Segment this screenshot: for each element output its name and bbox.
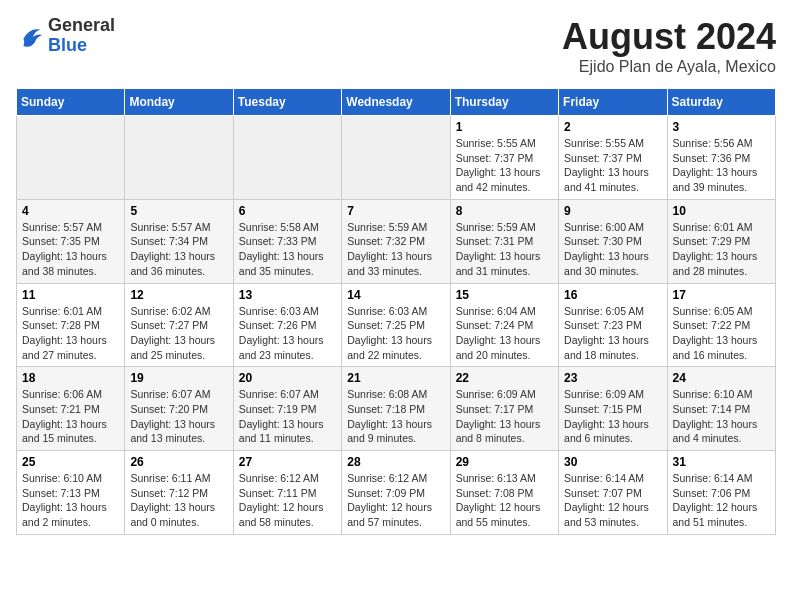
day-info: Sunrise: 5:55 AM Sunset: 7:37 PM Dayligh… bbox=[564, 136, 661, 195]
day-info: Sunrise: 6:07 AM Sunset: 7:19 PM Dayligh… bbox=[239, 387, 336, 446]
calendar-day-cell: 6Sunrise: 5:58 AM Sunset: 7:33 PM Daylig… bbox=[233, 199, 341, 283]
day-number: 29 bbox=[456, 455, 553, 469]
day-number: 31 bbox=[673, 455, 770, 469]
day-number: 22 bbox=[456, 371, 553, 385]
calendar-day-cell: 14Sunrise: 6:03 AM Sunset: 7:25 PM Dayli… bbox=[342, 283, 450, 367]
calendar-subtitle: Ejido Plan de Ayala, Mexico bbox=[562, 58, 776, 76]
day-number: 16 bbox=[564, 288, 661, 302]
calendar-day-cell: 7Sunrise: 5:59 AM Sunset: 7:32 PM Daylig… bbox=[342, 199, 450, 283]
calendar-day-cell: 17Sunrise: 6:05 AM Sunset: 7:22 PM Dayli… bbox=[667, 283, 775, 367]
day-info: Sunrise: 6:11 AM Sunset: 7:12 PM Dayligh… bbox=[130, 471, 227, 530]
weekday-header-monday: Monday bbox=[125, 89, 233, 116]
calendar-day-cell: 9Sunrise: 6:00 AM Sunset: 7:30 PM Daylig… bbox=[559, 199, 667, 283]
day-info: Sunrise: 6:10 AM Sunset: 7:13 PM Dayligh… bbox=[22, 471, 119, 530]
day-info: Sunrise: 5:59 AM Sunset: 7:31 PM Dayligh… bbox=[456, 220, 553, 279]
day-number: 18 bbox=[22, 371, 119, 385]
logo-blue: Blue bbox=[48, 35, 87, 55]
calendar-day-cell bbox=[342, 116, 450, 200]
calendar-day-cell bbox=[233, 116, 341, 200]
calendar-day-cell bbox=[17, 116, 125, 200]
day-number: 23 bbox=[564, 371, 661, 385]
day-info: Sunrise: 6:01 AM Sunset: 7:28 PM Dayligh… bbox=[22, 304, 119, 363]
day-number: 15 bbox=[456, 288, 553, 302]
day-number: 8 bbox=[456, 204, 553, 218]
day-number: 2 bbox=[564, 120, 661, 134]
calendar-day-cell: 28Sunrise: 6:12 AM Sunset: 7:09 PM Dayli… bbox=[342, 451, 450, 535]
day-number: 4 bbox=[22, 204, 119, 218]
calendar-day-cell: 16Sunrise: 6:05 AM Sunset: 7:23 PM Dayli… bbox=[559, 283, 667, 367]
day-number: 27 bbox=[239, 455, 336, 469]
calendar-day-cell: 23Sunrise: 6:09 AM Sunset: 7:15 PM Dayli… bbox=[559, 367, 667, 451]
day-info: Sunrise: 5:59 AM Sunset: 7:32 PM Dayligh… bbox=[347, 220, 444, 279]
calendar-day-cell: 3Sunrise: 5:56 AM Sunset: 7:36 PM Daylig… bbox=[667, 116, 775, 200]
day-info: Sunrise: 6:04 AM Sunset: 7:24 PM Dayligh… bbox=[456, 304, 553, 363]
day-info: Sunrise: 6:05 AM Sunset: 7:22 PM Dayligh… bbox=[673, 304, 770, 363]
day-info: Sunrise: 6:02 AM Sunset: 7:27 PM Dayligh… bbox=[130, 304, 227, 363]
day-info: Sunrise: 5:57 AM Sunset: 7:34 PM Dayligh… bbox=[130, 220, 227, 279]
day-number: 26 bbox=[130, 455, 227, 469]
calendar-day-cell: 30Sunrise: 6:14 AM Sunset: 7:07 PM Dayli… bbox=[559, 451, 667, 535]
day-info: Sunrise: 6:14 AM Sunset: 7:06 PM Dayligh… bbox=[673, 471, 770, 530]
day-number: 30 bbox=[564, 455, 661, 469]
day-info: Sunrise: 6:12 AM Sunset: 7:11 PM Dayligh… bbox=[239, 471, 336, 530]
day-info: Sunrise: 6:13 AM Sunset: 7:08 PM Dayligh… bbox=[456, 471, 553, 530]
day-info: Sunrise: 6:03 AM Sunset: 7:25 PM Dayligh… bbox=[347, 304, 444, 363]
day-info: Sunrise: 6:01 AM Sunset: 7:29 PM Dayligh… bbox=[673, 220, 770, 279]
calendar-day-cell: 31Sunrise: 6:14 AM Sunset: 7:06 PM Dayli… bbox=[667, 451, 775, 535]
day-number: 3 bbox=[673, 120, 770, 134]
calendar-day-cell: 22Sunrise: 6:09 AM Sunset: 7:17 PM Dayli… bbox=[450, 367, 558, 451]
day-number: 17 bbox=[673, 288, 770, 302]
calendar-day-cell: 20Sunrise: 6:07 AM Sunset: 7:19 PM Dayli… bbox=[233, 367, 341, 451]
calendar-day-cell: 13Sunrise: 6:03 AM Sunset: 7:26 PM Dayli… bbox=[233, 283, 341, 367]
day-number: 11 bbox=[22, 288, 119, 302]
calendar-day-cell bbox=[125, 116, 233, 200]
calendar-day-cell: 1Sunrise: 5:55 AM Sunset: 7:37 PM Daylig… bbox=[450, 116, 558, 200]
day-info: Sunrise: 5:58 AM Sunset: 7:33 PM Dayligh… bbox=[239, 220, 336, 279]
logo: General Blue bbox=[16, 16, 115, 56]
calendar-day-cell: 27Sunrise: 6:12 AM Sunset: 7:11 PM Dayli… bbox=[233, 451, 341, 535]
day-number: 10 bbox=[673, 204, 770, 218]
day-number: 13 bbox=[239, 288, 336, 302]
day-number: 5 bbox=[130, 204, 227, 218]
calendar-day-cell: 29Sunrise: 6:13 AM Sunset: 7:08 PM Dayli… bbox=[450, 451, 558, 535]
calendar-day-cell: 4Sunrise: 5:57 AM Sunset: 7:35 PM Daylig… bbox=[17, 199, 125, 283]
day-info: Sunrise: 6:09 AM Sunset: 7:15 PM Dayligh… bbox=[564, 387, 661, 446]
day-number: 7 bbox=[347, 204, 444, 218]
day-info: Sunrise: 6:08 AM Sunset: 7:18 PM Dayligh… bbox=[347, 387, 444, 446]
calendar-day-cell: 12Sunrise: 6:02 AM Sunset: 7:27 PM Dayli… bbox=[125, 283, 233, 367]
weekday-header-friday: Friday bbox=[559, 89, 667, 116]
calendar-day-cell: 24Sunrise: 6:10 AM Sunset: 7:14 PM Dayli… bbox=[667, 367, 775, 451]
calendar-day-cell: 25Sunrise: 6:10 AM Sunset: 7:13 PM Dayli… bbox=[17, 451, 125, 535]
calendar-week-row: 25Sunrise: 6:10 AM Sunset: 7:13 PM Dayli… bbox=[17, 451, 776, 535]
day-info: Sunrise: 6:05 AM Sunset: 7:23 PM Dayligh… bbox=[564, 304, 661, 363]
day-info: Sunrise: 6:12 AM Sunset: 7:09 PM Dayligh… bbox=[347, 471, 444, 530]
logo-bird-icon bbox=[16, 22, 44, 50]
calendar-title: August 2024 bbox=[562, 16, 776, 58]
weekday-header-saturday: Saturday bbox=[667, 89, 775, 116]
day-number: 14 bbox=[347, 288, 444, 302]
calendar-day-cell: 2Sunrise: 5:55 AM Sunset: 7:37 PM Daylig… bbox=[559, 116, 667, 200]
calendar-day-cell: 8Sunrise: 5:59 AM Sunset: 7:31 PM Daylig… bbox=[450, 199, 558, 283]
day-number: 1 bbox=[456, 120, 553, 134]
weekday-header-sunday: Sunday bbox=[17, 89, 125, 116]
calendar-day-cell: 26Sunrise: 6:11 AM Sunset: 7:12 PM Dayli… bbox=[125, 451, 233, 535]
weekday-header-row: SundayMondayTuesdayWednesdayThursdayFrid… bbox=[17, 89, 776, 116]
day-info: Sunrise: 6:07 AM Sunset: 7:20 PM Dayligh… bbox=[130, 387, 227, 446]
calendar-day-cell: 10Sunrise: 6:01 AM Sunset: 7:29 PM Dayli… bbox=[667, 199, 775, 283]
day-number: 28 bbox=[347, 455, 444, 469]
calendar-day-cell: 19Sunrise: 6:07 AM Sunset: 7:20 PM Dayli… bbox=[125, 367, 233, 451]
day-number: 19 bbox=[130, 371, 227, 385]
calendar-day-cell: 11Sunrise: 6:01 AM Sunset: 7:28 PM Dayli… bbox=[17, 283, 125, 367]
day-number: 6 bbox=[239, 204, 336, 218]
day-info: Sunrise: 6:00 AM Sunset: 7:30 PM Dayligh… bbox=[564, 220, 661, 279]
logo-general: General bbox=[48, 15, 115, 35]
calendar-table: SundayMondayTuesdayWednesdayThursdayFrid… bbox=[16, 88, 776, 535]
day-info: Sunrise: 6:03 AM Sunset: 7:26 PM Dayligh… bbox=[239, 304, 336, 363]
day-info: Sunrise: 5:55 AM Sunset: 7:37 PM Dayligh… bbox=[456, 136, 553, 195]
calendar-week-row: 18Sunrise: 6:06 AM Sunset: 7:21 PM Dayli… bbox=[17, 367, 776, 451]
calendar-body: 1Sunrise: 5:55 AM Sunset: 7:37 PM Daylig… bbox=[17, 116, 776, 535]
weekday-header-tuesday: Tuesday bbox=[233, 89, 341, 116]
day-info: Sunrise: 6:06 AM Sunset: 7:21 PM Dayligh… bbox=[22, 387, 119, 446]
weekday-header-wednesday: Wednesday bbox=[342, 89, 450, 116]
calendar-week-row: 1Sunrise: 5:55 AM Sunset: 7:37 PM Daylig… bbox=[17, 116, 776, 200]
